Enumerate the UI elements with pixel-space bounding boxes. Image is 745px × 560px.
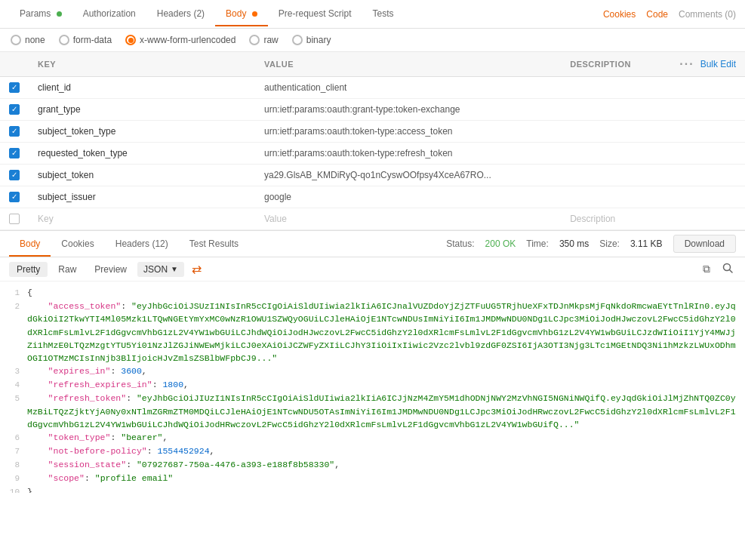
tab-headers[interactable]: Headers (2) [146, 2, 215, 26]
params-table: KEY VALUE DESCRIPTION ··· Bulk Edit clie… [0, 52, 745, 230]
row-key: client_id [29, 77, 255, 99]
tab-body[interactable]: Body [215, 2, 268, 26]
radio-form-data[interactable]: form-data [59, 35, 112, 45]
line-number: 8 [0, 458, 27, 472]
tab-bar-left: Params Authorization Headers (2) Body Pr… [9, 2, 603, 26]
row-checkbox-cell[interactable] [0, 186, 29, 208]
empty-checkbox[interactable] [9, 214, 20, 224]
empty-desc[interactable]: Description [561, 208, 745, 230]
download-button[interactable]: Download [673, 235, 736, 253]
format-raw-button[interactable]: Raw [51, 262, 84, 277]
format-json-label: JSON [143, 264, 168, 275]
line-content: } [27, 485, 745, 493]
time-label: Time: [526, 238, 549, 249]
row-checkbox[interactable] [9, 192, 20, 202]
size-value: 3.11 KB [630, 238, 663, 249]
row-key: subject_issuer [29, 186, 255, 208]
row-desc [561, 121, 745, 143]
row-desc [561, 99, 745, 121]
copy-button[interactable]: ⧉ [700, 261, 713, 277]
cookies-link[interactable]: Cookies [603, 9, 636, 20]
empty-key[interactable]: Key [29, 208, 255, 230]
search-icon-button[interactable] [719, 261, 736, 277]
radio-none-label: none [25, 35, 45, 45]
desc-header-label: DESCRIPTION [570, 60, 631, 69]
chevron-down-icon: ▼ [171, 265, 178, 273]
wrap-icon-button[interactable]: ⇄ [192, 262, 202, 276]
table-row: requested_token_type urn:ietf:params:oau… [0, 143, 745, 165]
line-number: 5 [0, 392, 27, 431]
row-checkbox-cell[interactable] [0, 121, 29, 143]
tab-params[interactable]: Params [9, 2, 72, 26]
row-checkbox-cell[interactable] [0, 143, 29, 165]
table-row: subject_issuer google [0, 186, 745, 208]
radio-binary-circle [292, 35, 303, 45]
tab-bar-right: Cookies Code Comments (0) [603, 9, 736, 20]
row-checkbox[interactable] [9, 82, 20, 93]
params-dot [57, 11, 62, 17]
bottom-tab-test-results[interactable]: Test Results [179, 232, 249, 257]
code-line: 4 "refresh_expires_in": 1800, [0, 378, 745, 392]
empty-value[interactable]: Value [255, 208, 561, 230]
code-area[interactable]: 1{2 "access_token": "eyJhbGciOiJSUzI1NIs… [0, 282, 745, 493]
row-checkbox[interactable] [9, 126, 20, 137]
comments-link[interactable]: Comments (0) [679, 9, 736, 20]
row-value: google [255, 186, 561, 208]
table-row: client_id authentication_client [0, 77, 745, 99]
radio-raw[interactable]: raw [249, 35, 278, 45]
row-desc [561, 186, 745, 208]
tab-authorization-label: Authorization [83, 8, 136, 19]
radio-urlencoded-circle [125, 35, 136, 45]
row-checkbox[interactable] [9, 170, 20, 180]
bottom-tab-body[interactable]: Body [9, 232, 51, 257]
code-line: 2 "access_token": "eyJhbGciOiJSUzI1NIsIn… [0, 300, 745, 365]
wrap-icon: ⇄ [192, 262, 202, 276]
status-area: Status: 200 OK Time: 350 ms Size: 3.11 K… [446, 235, 736, 253]
tab-pre-request[interactable]: Pre-request Script [268, 2, 362, 26]
line-content: "access_token": "eyJhbGciOiJSUzI1NIsInR5… [27, 300, 745, 365]
code-line: 5 "refresh_token": "eyJhbGciOiJIUzI1NIsI… [0, 392, 745, 431]
time-value: 350 ms [559, 238, 589, 249]
radio-urlencoded[interactable]: x-www-form-urlencoded [125, 35, 236, 45]
radio-urlencoded-label: x-www-form-urlencoded [140, 35, 236, 45]
row-key: requested_token_type [29, 143, 255, 165]
tab-authorization[interactable]: Authorization [72, 2, 146, 26]
code-line: 8 "session_state": "07927687-750a-4476-a… [0, 458, 745, 472]
bulk-edit-button[interactable]: Bulk Edit [700, 59, 736, 69]
format-bar: Pretty Raw Preview JSON ▼ ⇄ ⧉ [0, 257, 745, 282]
row-checkbox[interactable] [9, 104, 20, 115]
radio-binary[interactable]: binary [292, 35, 331, 45]
tab-pre-request-label: Pre-request Script [279, 8, 352, 19]
radio-none[interactable]: none [11, 35, 45, 45]
status-label: Status: [446, 238, 474, 249]
tab-params-label: Params [20, 8, 51, 19]
radio-bar: none form-data x-www-form-urlencoded raw… [0, 29, 745, 52]
line-content: { [27, 286, 745, 300]
code-link[interactable]: Code [646, 9, 668, 20]
format-preview-button[interactable]: Preview [87, 262, 134, 277]
bottom-tab-cookies[interactable]: Cookies [51, 232, 104, 257]
tab-tests[interactable]: Tests [362, 2, 405, 26]
tab-bar: Params Authorization Headers (2) Body Pr… [0, 0, 745, 29]
table-row: subject_token ya29.GlsAB_KMDiRyQ-qo1nCys… [0, 165, 745, 186]
col-desc-header: DESCRIPTION ··· Bulk Edit [561, 52, 745, 77]
more-options-button[interactable]: ··· [679, 57, 694, 71]
row-checkbox-cell[interactable] [0, 99, 29, 121]
format-pretty-button[interactable]: Pretty [9, 262, 48, 277]
format-json-select[interactable]: JSON ▼ [137, 262, 184, 277]
line-number: 9 [0, 472, 27, 485]
row-checkbox[interactable] [9, 148, 20, 158]
bottom-tab-headers[interactable]: Headers (12) [105, 232, 179, 257]
code-line: 6 "token_type": "bearer", [0, 431, 745, 445]
row-checkbox-cell[interactable] [0, 77, 29, 99]
row-checkbox-cell[interactable] [0, 165, 29, 186]
line-content: "refresh_token": "eyJhbGciOiJIUzI1NIsInR… [27, 392, 745, 431]
search-icon [722, 263, 733, 273]
line-content: "expires_in": 3600, [27, 365, 745, 378]
table-header-row: KEY VALUE DESCRIPTION ··· Bulk Edit [0, 52, 745, 77]
code-line: 7 "not-before-policy": 1554452924, [0, 445, 745, 458]
row-desc [561, 77, 745, 99]
line-content: "refresh_expires_in": 1800, [27, 378, 745, 392]
radio-raw-circle [249, 35, 260, 45]
row-value: urn:ietf:params:oauth:token-type:access_… [255, 121, 561, 143]
